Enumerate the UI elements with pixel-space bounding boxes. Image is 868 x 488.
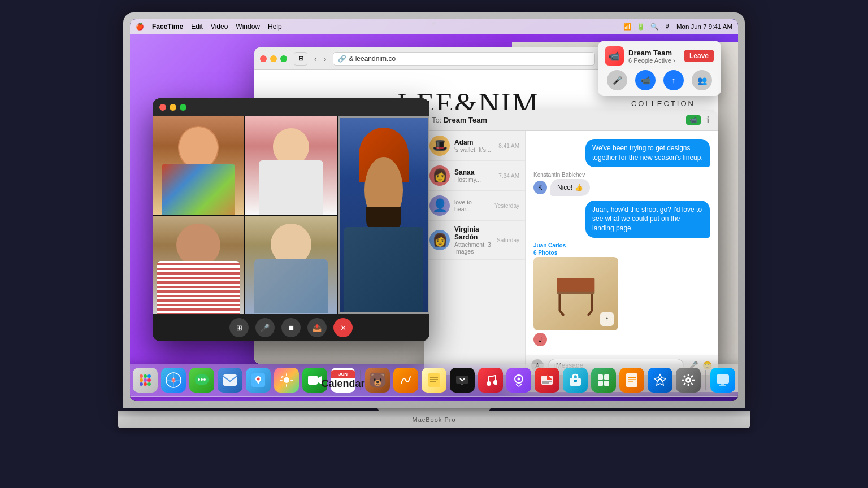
dock-numbers[interactable] bbox=[591, 368, 616, 393]
leave-button[interactable]: Leave bbox=[684, 50, 714, 62]
facetime-participant-6 bbox=[338, 116, 429, 314]
svg-point-73 bbox=[687, 379, 689, 381]
menubar-left: 🍎 FaceTime Edit Video Window Help bbox=[136, 23, 282, 30]
dock-messages[interactable] bbox=[189, 368, 214, 393]
dock-safari[interactable] bbox=[161, 368, 186, 393]
svg-point-25 bbox=[147, 382, 151, 386]
video-menu[interactable]: Video bbox=[211, 23, 228, 30]
dock-bear[interactable]: 🐻 bbox=[365, 368, 390, 393]
contact-sanaa-time: 7:34 AM bbox=[498, 173, 519, 179]
forward-button[interactable]: › bbox=[322, 53, 329, 64]
address-bar[interactable]: 🔗 & leeandnim.co bbox=[333, 52, 595, 66]
macbook-pro: 🍎 FaceTime Edit Video Window Help 📶 🔋 🔍 … bbox=[101, 12, 767, 476]
svg-rect-84 bbox=[719, 385, 726, 386]
svg-line-10 bbox=[560, 311, 564, 316]
help-menu[interactable]: Help bbox=[268, 23, 282, 30]
dock-photos[interactable] bbox=[274, 368, 299, 393]
dock-appstore[interactable] bbox=[648, 368, 672, 393]
contact-virginia-name: Virginia Sardón bbox=[454, 225, 492, 241]
siri-icon[interactable]: 🎙 bbox=[664, 23, 671, 30]
messages-titlebar: To: Dream Team 📹 ℹ bbox=[424, 110, 718, 131]
contact-sanaa[interactable]: 👩 Sanaa I lost my... 7:34 AM bbox=[424, 161, 525, 191]
dock-calendar[interactable]: JUN Calendar bbox=[331, 368, 355, 393]
menubar-right: 📶 🔋 🔍 🎙 Mon Jun 7 9:41 AM bbox=[623, 23, 732, 30]
ft-mic-button[interactable]: 🎤 bbox=[255, 318, 275, 337]
share-photo-icon[interactable]: ↑ bbox=[600, 312, 614, 326]
dock-podcasts[interactable] bbox=[506, 368, 531, 393]
dock-appletv[interactable] bbox=[450, 368, 475, 393]
banner-shareplay-button[interactable]: ↑ bbox=[663, 70, 684, 90]
svg-rect-67 bbox=[604, 381, 609, 386]
app-name-menu[interactable]: FaceTime bbox=[152, 23, 183, 30]
contact-sanaa-info: Sanaa I lost my... bbox=[454, 168, 481, 183]
svg-rect-43 bbox=[280, 380, 283, 381]
fullscreen-button[interactable] bbox=[280, 55, 287, 62]
dock-screentime[interactable] bbox=[710, 368, 735, 393]
info-icon[interactable]: ℹ bbox=[706, 115, 710, 125]
ft-video-button[interactable]: ⏹ bbox=[281, 318, 301, 337]
avatar-juan-small: J bbox=[533, 333, 547, 346]
chat-messages-list: We've been trying to get designs togethe… bbox=[526, 131, 718, 355]
chat-sender-konstantin: Konstantin Babichev bbox=[533, 172, 590, 178]
svg-rect-7 bbox=[557, 278, 595, 291]
dock-launchpad[interactable] bbox=[133, 368, 158, 393]
search-icon[interactable]: 🔍 bbox=[650, 23, 658, 30]
banner-video-button[interactable]: 📹 bbox=[635, 70, 656, 90]
dock-toolbox[interactable] bbox=[563, 368, 588, 393]
dock-notes[interactable] bbox=[422, 368, 446, 393]
ft-close-button[interactable] bbox=[159, 104, 166, 111]
banner-people-button[interactable]: 👥 bbox=[692, 70, 712, 90]
facetime-badge[interactable]: 📹 bbox=[686, 115, 701, 125]
svg-line-11 bbox=[588, 311, 592, 316]
banner-mute-button[interactable]: 🎤 bbox=[607, 70, 627, 90]
dock-pages[interactable] bbox=[619, 368, 644, 393]
ft-fullscreen-button[interactable] bbox=[180, 104, 186, 111]
chat-message-4-wrap: Juan Carlos 6 Photos bbox=[533, 242, 618, 346]
close-button[interactable] bbox=[260, 55, 267, 62]
svg-rect-46 bbox=[308, 376, 318, 385]
svg-point-55 bbox=[493, 380, 497, 385]
banner-controls: 🎤 📹 ↑ 👥 bbox=[605, 70, 714, 90]
facetime-titlebar bbox=[153, 98, 429, 116]
dock-music[interactable] bbox=[478, 368, 503, 393]
screen-content: 🍎 FaceTime Edit Video Window Help 📶 🔋 🔍 … bbox=[130, 19, 738, 401]
screen-bezel: 🍎 FaceTime Edit Video Window Help 📶 🔋 🔍 … bbox=[130, 19, 738, 401]
facetime-participant-4 bbox=[153, 216, 244, 314]
shareplay-banner: 📹 Dream Team 6 People Active › Leave 🎤 📹… bbox=[598, 41, 721, 96]
messages-window[interactable]: To: Dream Team 📹 ℹ bbox=[424, 110, 718, 375]
tab-view-button[interactable]: ⊞ bbox=[294, 52, 307, 66]
contact-virginia[interactable]: 👩 Virginia Sardón Attachment: 3 Images S… bbox=[424, 221, 525, 260]
messages-body: 🎩 Adam 's wallet. It's... 8:41 AM bbox=[424, 131, 718, 375]
ft-end-call-button[interactable]: ✕ bbox=[333, 318, 353, 337]
macbook-base: MacBook Pro bbox=[118, 411, 750, 428]
dock-news[interactable] bbox=[535, 368, 559, 393]
ft-screen-share-button[interactable]: 📤 bbox=[307, 318, 327, 337]
dock-mail[interactable] bbox=[218, 368, 242, 393]
svg-point-38 bbox=[257, 378, 260, 381]
window-menu[interactable]: Window bbox=[236, 23, 260, 30]
dock-maps[interactable] bbox=[246, 368, 271, 393]
apple-menu[interactable]: 🍎 bbox=[136, 23, 144, 30]
chat-chair-svg bbox=[548, 265, 604, 322]
edit-menu[interactable]: Edit bbox=[191, 23, 203, 30]
facetime-window[interactable]: ⊞ 🎤 ⏹ 📤 ✕ bbox=[153, 98, 429, 341]
minimize-button[interactable] bbox=[270, 55, 277, 62]
back-button[interactable]: ‹ bbox=[312, 53, 319, 64]
facetime-controls: ⊞ 🎤 ⏹ 📤 ✕ bbox=[153, 314, 429, 341]
svg-point-19 bbox=[147, 374, 151, 378]
chair-photo-message[interactable]: ↑ bbox=[533, 257, 618, 330]
ft-minimize-button[interactable] bbox=[170, 104, 176, 111]
dock-freeform[interactable] bbox=[393, 368, 418, 393]
svg-point-17 bbox=[140, 374, 143, 378]
chat-message-3: Juan, how'd the shoot go? I'd love to se… bbox=[585, 201, 710, 238]
contact-unknown[interactable]: 👤 love to hear... Yesterday bbox=[424, 191, 525, 221]
ft-grid-button[interactable]: ⊞ bbox=[229, 318, 249, 337]
contact-unknown-time: Yesterday bbox=[494, 203, 519, 209]
dock-separator-2 bbox=[705, 370, 706, 390]
contact-virginia-preview: Attachment: 3 Images bbox=[454, 241, 492, 255]
dock-system-preferences[interactable] bbox=[676, 368, 701, 393]
svg-rect-66 bbox=[598, 381, 603, 386]
svg-line-80 bbox=[691, 376, 693, 377]
contact-adam[interactable]: 🎩 Adam 's wallet. It's... 8:41 AM bbox=[424, 131, 525, 161]
juan-name: Juan Carlos bbox=[533, 242, 566, 249]
